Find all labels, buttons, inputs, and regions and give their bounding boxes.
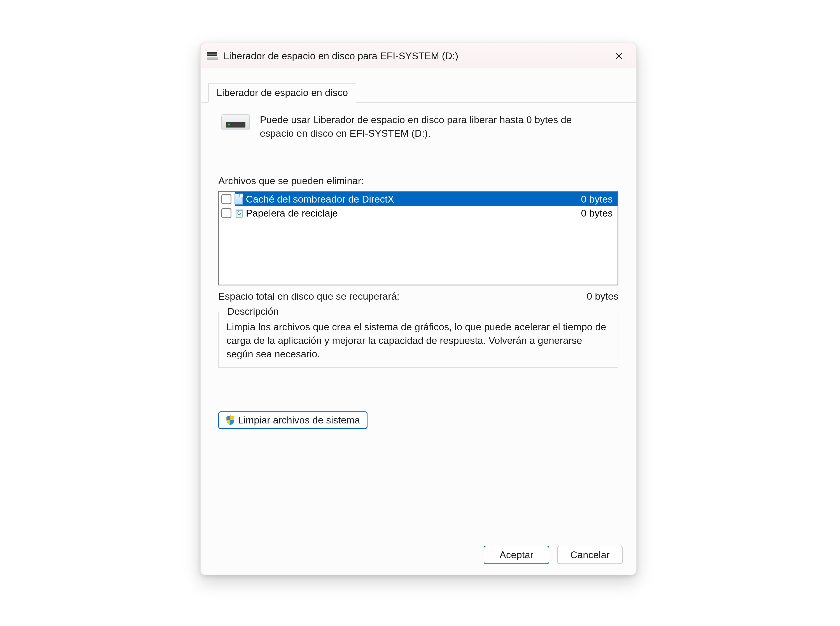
ok-button[interactable]: Aceptar <box>484 546 549 564</box>
uac-shield-icon <box>226 415 235 425</box>
file-checkbox[interactable] <box>221 208 232 218</box>
cancel-button[interactable]: Cancelar <box>557 546 623 564</box>
total-row: Espacio total en disco que se recuperará… <box>218 291 618 302</box>
close-button[interactable] <box>608 47 630 65</box>
cancel-label: Cancelar <box>570 549 610 560</box>
files-list[interactable]: Caché del sombreador de DirectX 0 bytes … <box>218 191 618 285</box>
description-group: Descripción Limpia los archivos que crea… <box>218 312 618 368</box>
description-legend: Descripción <box>224 306 282 317</box>
total-value: 0 bytes <box>587 291 618 302</box>
tabstrip: Liberador de espacio en disco <box>201 83 636 103</box>
list-item[interactable]: Papelera de reciclaje 0 bytes <box>219 206 618 220</box>
drive-icon <box>221 114 250 134</box>
tab-label: Liberador de espacio en disco <box>217 87 348 99</box>
intro-panel: Puede usar Liberador de espacio en disco… <box>218 108 618 140</box>
ok-label: Aceptar <box>499 549 533 560</box>
file-checkbox[interactable] <box>221 194 232 204</box>
page-icon <box>235 194 244 205</box>
file-name: Papelera de reciclaje <box>246 208 581 219</box>
tab-disk-cleanup[interactable]: Liberador de espacio en disco <box>208 83 356 103</box>
description-text: Limpia los archivos que crea el sistema … <box>227 320 610 361</box>
disk-cleanup-dialog: Liberador de espacio en disco para EFI-S… <box>200 43 637 575</box>
recycle-bin-icon <box>235 208 244 219</box>
clean-system-files-label: Limpiar archivos de sistema <box>238 415 360 426</box>
file-size: 0 bytes <box>581 208 615 219</box>
intro-text: Puede usar Liberador de espacio en disco… <box>260 113 592 140</box>
disk-cleanup-app-icon <box>207 50 218 61</box>
titlebar: Liberador de espacio en disco para EFI-S… <box>201 43 636 69</box>
files-label: Archivos que se pueden eliminar: <box>218 175 618 186</box>
list-item[interactable]: Caché del sombreador de DirectX 0 bytes <box>219 192 618 206</box>
window-title: Liberador de espacio en disco para EFI-S… <box>224 50 608 62</box>
clean-system-files-button[interactable]: Limpiar archivos de sistema <box>218 412 368 429</box>
dialog-footer: Aceptar Cancelar <box>484 546 623 564</box>
file-size: 0 bytes <box>581 194 615 205</box>
file-name: Caché del sombreador de DirectX <box>246 194 581 205</box>
svg-rect-1 <box>236 209 243 211</box>
close-icon <box>615 52 623 60</box>
total-label: Espacio total en disco que se recuperará… <box>218 291 587 302</box>
